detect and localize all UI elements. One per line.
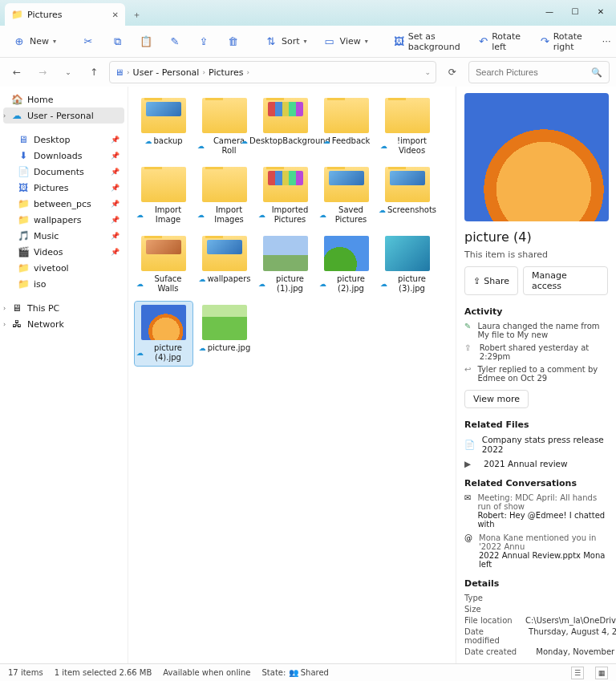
folder-item[interactable]: ☁Imported Pictures [257, 164, 314, 228]
network-icon: 🖧 [11, 318, 22, 330]
folder-item[interactable]: ☁Saved Pictures [318, 164, 375, 228]
image-item[interactable]: ☁picture (2).jpg [318, 233, 375, 297]
thumbnails-view-button[interactable]: ▦ [595, 667, 608, 679]
sidebar-item-downloads[interactable]: ⬇Downloads📌 [3, 148, 124, 164]
sidebar-item-wallpapers[interactable]: 📁wallpapers📌 [3, 212, 124, 228]
sidebar-item-user-personal[interactable]: › ☁ User - Personal [3, 107, 124, 124]
share-button[interactable]: ⇪Share [464, 266, 518, 295]
folder-item[interactable]: ☁Import Images [196, 164, 253, 228]
folder-item[interactable]: ☁!import Videos [379, 95, 436, 159]
rotate-left-icon: ↶ [479, 35, 488, 48]
availability: Available when online [163, 668, 250, 677]
sidebar-label: Music [34, 231, 59, 241]
mail-icon: ✉ [464, 493, 471, 502]
manage-access-button[interactable]: Manage access [523, 266, 608, 295]
search-input[interactable] [476, 67, 586, 77]
cloud-icon: ☁ [319, 280, 326, 289]
sidebar-item-thispc[interactable]: › 🖥 This PC [3, 300, 124, 316]
folder-item[interactable]: ☁DesktopBackground [257, 95, 314, 159]
rotate-left-button[interactable]: ↶ Rotate left [472, 28, 531, 55]
close-tab-icon[interactable]: ✕ [112, 10, 119, 19]
refresh-button[interactable]: ⟳ [441, 62, 464, 83]
chevron-right-icon: › [247, 68, 250, 76]
sidebar-item-vivetool[interactable]: 📁vivetool [3, 260, 124, 276]
sidebar-item-music[interactable]: 🎵Music📌 [3, 228, 124, 244]
item-label: ☁picture (3).jpg [380, 274, 435, 294]
conversation-item[interactable]: @ Mona Kane mentioned you in '2022 Annu2… [464, 533, 608, 569]
cloud-icon: ☁ [380, 280, 387, 289]
sidebar-item-documents[interactable]: 📄Documents📌 [3, 164, 124, 180]
activity-heading: Activity [464, 306, 608, 317]
new-button[interactable]: ⊕ New ▾ [6, 32, 63, 51]
image-item[interactable]: ☁picture (1).jpg [257, 233, 314, 297]
new-tab-button[interactable]: ＋ [125, 3, 148, 26]
folder-item[interactable]: ☁wallpapers [196, 233, 253, 297]
mention-icon: @ [464, 533, 472, 542]
sidebar-item-desktop[interactable]: 🖥Desktop📌 [3, 132, 124, 148]
sidebar-item-home[interactable]: 🏠 Home [3, 91, 124, 107]
sidebar-label: User - Personal [27, 111, 94, 121]
folder-item[interactable]: ☁Screenshots [379, 164, 436, 228]
folder-icon [202, 98, 247, 133]
folder-item[interactable]: ☁Feedback [318, 95, 375, 159]
set-background-button[interactable]: 🖼 Set as background [387, 28, 469, 55]
rename-button[interactable]: ✎ [162, 32, 188, 51]
close-button[interactable]: ✕ [589, 3, 613, 19]
back-button[interactable]: ← [6, 62, 27, 83]
image-item[interactable]: ☁picture (4).jpg [135, 302, 192, 366]
paste-button[interactable]: 📋 [133, 32, 159, 51]
folder-icon [141, 236, 186, 271]
tab-pictures[interactable]: 📁 Pictures ✕ [5, 3, 125, 26]
image-item[interactable]: ☁picture.jpg [196, 302, 253, 366]
rotate-right-icon: ↷ [541, 35, 549, 48]
folder-item[interactable]: ☁backup [135, 95, 192, 159]
search-icon: 🔍 [591, 67, 602, 78]
image-thumbnail [324, 236, 369, 271]
related-files-heading: Related Files [464, 420, 608, 430]
sidebar-item-between_pcs[interactable]: 📁between_pcs📌 [3, 196, 124, 212]
address-bar: ← → ⌄ ↑ 🖥 › User - Personal › Pictures ›… [0, 58, 616, 87]
view-more-button[interactable]: View more [464, 390, 529, 408]
breadcrumb-pictures[interactable]: Pictures [209, 67, 244, 78]
chevron-down-icon[interactable]: ⌄ [424, 68, 431, 76]
sidebar-item-network[interactable]: › 🖧 Network [3, 316, 124, 332]
image-item[interactable]: ☁picture (3).jpg [379, 233, 436, 297]
breadcrumb[interactable]: 🖥 › User - Personal › Pictures › ⌄ [109, 61, 436, 83]
cut-button[interactable]: ✂ [75, 32, 101, 51]
cloud-icon: ☁ [136, 211, 144, 220]
related-file[interactable]: ▶2021 Annual review [464, 459, 608, 468]
share-icon: ⇪ [473, 276, 480, 286]
maximize-button[interactable]: ☐ [563, 3, 587, 19]
item-label: ☁picture (2).jpg [319, 274, 374, 294]
view-button[interactable]: ▭ View ▾ [317, 32, 375, 51]
details-view-button[interactable]: ☰ [571, 667, 584, 679]
folder-item[interactable]: ☁Camera Roll [196, 95, 253, 159]
more-button[interactable]: ⋯ [596, 33, 616, 50]
rotate-right-label: Rotate right [553, 31, 586, 52]
sidebar-item-videos[interactable]: 🎬Videos📌 [3, 244, 124, 260]
recent-button[interactable]: ⌄ [58, 62, 79, 83]
breadcrumb-user[interactable]: User - Personal [133, 67, 200, 78]
folder-item[interactable]: ☁Suface Walls [135, 233, 192, 297]
sidebar-label: iso [34, 279, 47, 290]
rotate-right-button[interactable]: ↷ Rotate right [534, 28, 593, 55]
sort-button[interactable]: ⇅ Sort ▾ [258, 32, 314, 51]
sidebar-item-iso[interactable]: 📁iso [3, 276, 124, 292]
conversation-item[interactable]: ✉ Meeting: MDC April: All hands run of s… [464, 493, 608, 529]
copy-button[interactable]: ⧉ [104, 32, 130, 51]
search-box[interactable]: 🔍 [468, 61, 610, 83]
forward-button[interactable]: → [32, 62, 53, 83]
related-file[interactable]: 📄Company stats press release 2022 [464, 435, 608, 454]
share-button[interactable]: ⇪ [191, 32, 217, 51]
up-button[interactable]: ↑ [83, 62, 104, 83]
delete-button[interactable]: 🗑 [220, 32, 245, 51]
chevron-right-icon: › [3, 321, 6, 328]
sidebar-item-pictures[interactable]: 🖼Pictures📌 [3, 180, 124, 196]
folder-item[interactable]: ☁Import Image [135, 164, 192, 228]
details-grid: TypeJPG File Size2.66 MB File locationC:… [464, 594, 608, 663]
image-thumbnail [385, 236, 430, 271]
minimize-button[interactable]: — [537, 3, 561, 19]
file-grid[interactable]: ☁backup☁Camera Roll☁DesktopBackground☁Fe… [128, 87, 456, 663]
folder-icon [324, 167, 369, 202]
sidebar-label: This PC [27, 303, 59, 314]
